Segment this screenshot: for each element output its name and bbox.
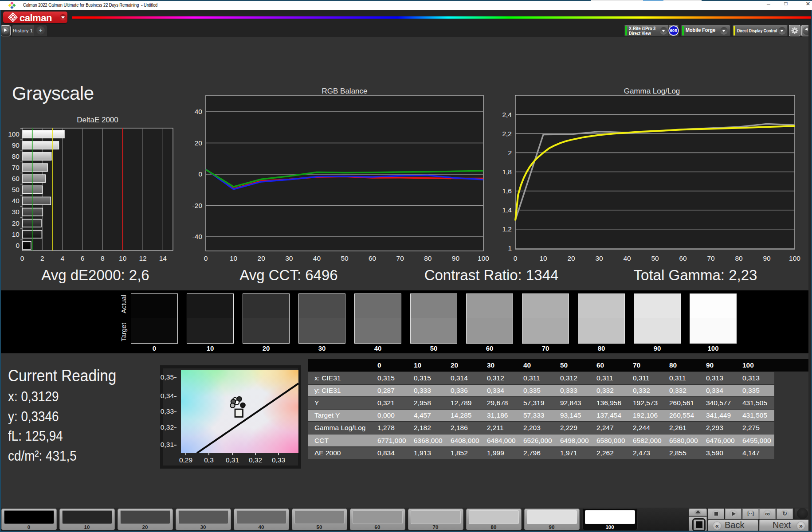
svg-text:20: 20: [12, 219, 20, 227]
svg-text:30: 30: [12, 208, 20, 215]
svg-text:0: 0: [20, 254, 24, 262]
svg-text:70: 70: [396, 254, 404, 262]
svg-text:80: 80: [735, 254, 743, 262]
svg-text:80: 80: [12, 153, 20, 160]
svg-text:50: 50: [12, 186, 20, 193]
svg-text:DeltaE 2000: DeltaE 2000: [77, 116, 118, 124]
svg-text:0: 0: [16, 242, 20, 249]
svg-text:70: 70: [12, 164, 20, 171]
svg-text:60: 60: [12, 175, 20, 182]
svg-text:1,6: 1,6: [502, 187, 512, 195]
svg-text:70: 70: [707, 254, 715, 262]
svg-text:1,4: 1,4: [502, 206, 512, 214]
svg-text:50: 50: [341, 254, 349, 262]
svg-text:30: 30: [595, 254, 603, 262]
svg-text:40: 40: [313, 254, 321, 262]
svg-text:0: 0: [198, 170, 202, 178]
svg-text:60: 60: [679, 254, 687, 262]
svg-text:1,2: 1,2: [502, 225, 512, 233]
svg-text:2,2: 2,2: [502, 130, 512, 137]
svg-text:20: 20: [258, 254, 266, 262]
svg-text:90: 90: [452, 254, 460, 262]
svg-text:12: 12: [139, 254, 146, 262]
svg-text:RGB Balance: RGB Balance: [322, 87, 368, 95]
svg-text:8: 8: [101, 254, 105, 262]
svg-text:40: 40: [195, 108, 203, 115]
svg-text:2: 2: [40, 254, 44, 262]
svg-text:100: 100: [8, 130, 20, 138]
svg-text:10: 10: [230, 254, 238, 262]
svg-text:6: 6: [81, 254, 85, 262]
svg-text:30: 30: [285, 254, 293, 262]
svg-text:10: 10: [539, 254, 547, 262]
svg-text:20: 20: [567, 254, 575, 262]
svg-text:90: 90: [12, 141, 20, 149]
svg-text:20: 20: [195, 139, 203, 147]
svg-text:0: 0: [204, 254, 208, 262]
svg-text:90: 90: [763, 254, 771, 262]
svg-text:0: 0: [514, 254, 518, 262]
svg-text:4: 4: [60, 254, 64, 262]
svg-text:1: 1: [508, 244, 512, 252]
svg-text:2: 2: [508, 149, 512, 156]
svg-text:10: 10: [12, 231, 20, 238]
svg-text:40: 40: [12, 197, 20, 204]
svg-text:100: 100: [789, 254, 800, 262]
svg-text:2,4: 2,4: [502, 111, 512, 118]
svg-text:-20: -20: [192, 202, 203, 209]
svg-text:60: 60: [369, 254, 377, 262]
svg-text:100: 100: [478, 254, 489, 262]
svg-text:-40: -40: [192, 233, 203, 240]
svg-text:40: 40: [623, 254, 631, 262]
svg-text:10: 10: [119, 254, 127, 262]
svg-text:Gamma Log/Log: Gamma Log/Log: [624, 87, 680, 95]
svg-text:50: 50: [651, 254, 659, 262]
svg-text:80: 80: [424, 254, 432, 262]
svg-text:1,8: 1,8: [502, 168, 512, 176]
svg-text:14: 14: [159, 254, 167, 262]
